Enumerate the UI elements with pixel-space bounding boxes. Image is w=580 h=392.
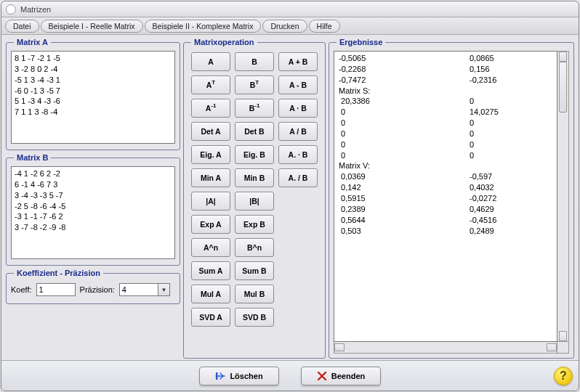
results-cell: 0 xyxy=(339,107,470,118)
op-a-times-b[interactable]: A · B xyxy=(278,99,318,118)
op-det-a[interactable]: Det A xyxy=(191,122,230,141)
op-b-transpose[interactable]: BT xyxy=(235,75,274,94)
op-a-dot-div-b[interactable]: A. / B xyxy=(278,168,318,187)
op-a-plus-b[interactable]: A + B xyxy=(278,52,318,71)
results-cell: -0,5065 xyxy=(339,53,470,64)
results-cell: -0,0272 xyxy=(470,193,552,204)
results-row: 014,0275 xyxy=(339,107,552,118)
scrollbar-thumb[interactable] xyxy=(559,62,567,113)
op-mul-b[interactable]: Mul B xyxy=(235,285,274,303)
op-sum-b[interactable]: Sum B xyxy=(235,261,274,280)
menu-drucken[interactable]: Drucken xyxy=(262,20,307,33)
op-a-minus-b[interactable]: A - B xyxy=(278,75,318,94)
op-exp-a[interactable]: Exp A xyxy=(191,215,230,234)
matrix-a-input[interactable] xyxy=(11,51,175,144)
op-det-b[interactable]: Det B xyxy=(235,122,274,141)
results-cell: 0,2489 xyxy=(470,226,552,237)
op-a-inverse[interactable]: A-1 xyxy=(191,99,230,118)
results-cell: 0 xyxy=(339,139,470,150)
results-cell: 0,503 xyxy=(339,226,470,237)
koeff-label: Koeff: xyxy=(11,285,32,294)
results-wrap: -0,50650,0865-0,22680,156-0,7472-0,2316M… xyxy=(334,51,569,354)
ops-grid: ABA + BATBTA - BA-1B-1A · BDet ADet BA /… xyxy=(188,51,321,328)
koeff-input[interactable] xyxy=(36,283,76,296)
results-cell: 0,4032 xyxy=(470,182,552,193)
results-cell: 0 xyxy=(470,118,552,128)
op-b-inverse[interactable]: B-1 xyxy=(235,99,274,118)
op-a-transpose[interactable]: AT xyxy=(191,75,230,94)
op-a-pow-n[interactable]: A^n xyxy=(191,238,230,257)
results-cell: 0,156 xyxy=(470,64,552,75)
help-icon[interactable]: ? xyxy=(554,367,573,385)
results-row: Matrix S: xyxy=(339,86,552,97)
op-a[interactable]: A xyxy=(191,52,230,71)
results-cell: 0,5644 xyxy=(339,215,470,226)
results-row: -0,7472-0,2316 xyxy=(339,75,552,86)
results-row: 0,0369-0,597 xyxy=(339,171,552,182)
praezision-input[interactable] xyxy=(119,283,158,296)
clear-button[interactable]: Löschen xyxy=(199,367,279,385)
op-exp-b[interactable]: Exp B xyxy=(235,215,274,234)
menu-hilfe[interactable]: Hilfe xyxy=(309,20,340,33)
results-cell: 0 xyxy=(339,128,470,139)
results-cell: 0,4629 xyxy=(470,204,552,215)
op-eig-b[interactable]: Eig. B xyxy=(235,145,274,164)
app-window: Matrizen Datei Beispiele I - Reelle Matr… xyxy=(1,1,579,391)
results-row: -0,50650,0865 xyxy=(339,53,552,64)
results-cell: -0,2268 xyxy=(339,64,470,75)
results-cell xyxy=(470,160,552,171)
results-row: 20,33860 xyxy=(339,96,552,107)
op-a-div-b[interactable]: A / B xyxy=(278,122,318,141)
results-scrollbar-horizontal[interactable] xyxy=(334,342,557,354)
close-icon xyxy=(317,371,327,381)
koeff-row: Koeff: Präzision: ▼ xyxy=(11,283,175,296)
menu-datei[interactable]: Datei xyxy=(5,20,39,33)
praezision-dropdown-button[interactable]: ▼ xyxy=(158,283,170,296)
fieldset-matrix-a: Matrix A xyxy=(6,38,180,150)
results-row: 00 xyxy=(339,128,552,139)
op-svd-a[interactable]: SVD A xyxy=(191,308,230,327)
window-title: Matrizen xyxy=(20,5,51,14)
legend-matrixoperation: Matrixoperation xyxy=(191,38,257,46)
fieldset-ergebnisse: Ergebnisse -0,50650,0865-0,22680,156-0,7… xyxy=(329,38,574,359)
praezision-label: Präzision: xyxy=(80,285,115,294)
op-b[interactable]: B xyxy=(235,52,274,71)
legend-ergebnisse: Ergebnisse xyxy=(337,38,385,46)
results-cell: 0,0865 xyxy=(470,53,552,64)
results-row: 00 xyxy=(339,118,552,128)
results-row: 0,5030,2489 xyxy=(339,226,552,237)
menu-beispiele-2[interactable]: Beispiele II - Komplexe Matrix xyxy=(145,20,262,33)
results-cell: -0,7472 xyxy=(339,75,470,86)
op-eig-a[interactable]: Eig. A xyxy=(191,145,230,164)
op-b-pow-n[interactable]: B^n xyxy=(235,238,274,257)
results-row: Matrix V: xyxy=(339,160,552,171)
results-scrollbar-vertical[interactable] xyxy=(557,51,569,342)
results-row: 00 xyxy=(339,139,552,150)
matrix-b-input[interactable] xyxy=(11,166,175,259)
results-textarea[interactable]: -0,50650,0865-0,22680,156-0,7472-0,2316M… xyxy=(334,51,557,342)
fieldset-matrix-b: Matrix B xyxy=(6,153,180,266)
op-svd-b[interactable]: SVD B xyxy=(235,308,274,327)
op-a-dot-times-b[interactable]: A. · B xyxy=(278,145,318,164)
results-cell xyxy=(470,86,552,97)
results-cell: 0,5915 xyxy=(339,193,470,204)
menu-beispiele-1[interactable]: Beispiele I - Reelle Matrix xyxy=(41,20,143,33)
op-abs-b[interactable]: |B| xyxy=(235,192,274,211)
results-cell: -0,4516 xyxy=(470,215,552,226)
middle-column: Matrixoperation ABA + BATBTA - BA-1B-1A … xyxy=(183,38,326,359)
op-min-a[interactable]: Min A xyxy=(191,168,230,187)
results-cell: Matrix S: xyxy=(339,86,470,97)
bottom-toolbar: Löschen Beenden ? xyxy=(1,360,579,391)
legend-koeffizient: Koeffizient - Präzision xyxy=(14,269,103,277)
results-cell: 20,3386 xyxy=(339,96,470,107)
fieldset-matrixoperation: Matrixoperation ABA + BATBTA - BA-1B-1A … xyxy=(183,38,326,359)
op-sum-a[interactable]: Sum A xyxy=(191,261,230,280)
exit-button[interactable]: Beenden xyxy=(301,367,381,385)
op-abs-a[interactable]: |A| xyxy=(191,192,230,211)
legend-matrix-a: Matrix A xyxy=(14,38,51,46)
titlebar[interactable]: Matrizen xyxy=(1,1,579,17)
op-min-b[interactable]: Min B xyxy=(235,168,274,187)
op-mul-a[interactable]: Mul A xyxy=(191,285,230,303)
results-cell: 0,0369 xyxy=(339,171,470,182)
results-cell: -0,597 xyxy=(470,171,552,182)
